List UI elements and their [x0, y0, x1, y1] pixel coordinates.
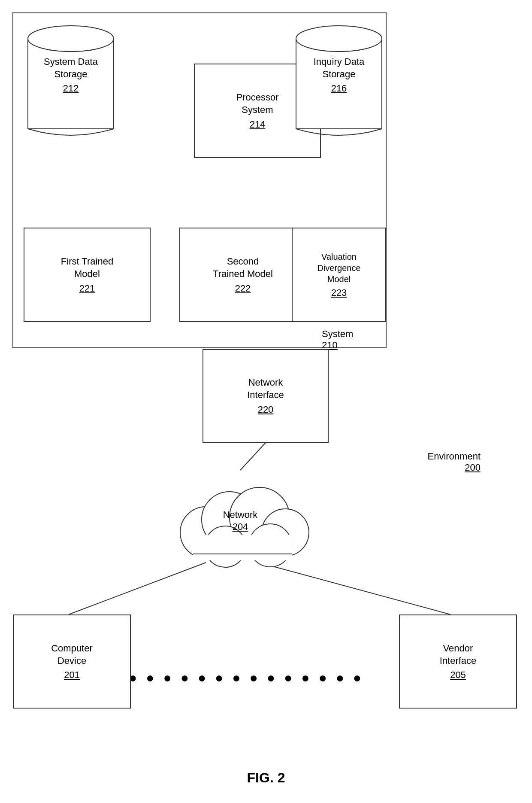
svg-point-7: [296, 26, 382, 52]
second-trained-model-number: 222: [235, 283, 251, 294]
vendor-interface-label: Vendor Interface: [440, 642, 477, 667]
system-data-storage: System Data Storage 212: [24, 21, 118, 146]
system-label: System 210: [322, 328, 353, 351]
network-cloud: Network 204: [150, 470, 330, 573]
network-number: 204: [233, 521, 248, 532]
diagram: System Data Storage 212 Processor System…: [0, 0, 532, 803]
environment-number: 200: [465, 462, 481, 473]
second-trained-model: Second Trained Model 222: [179, 228, 306, 322]
inquiry-data-storage-number: 216: [331, 83, 347, 94]
first-trained-model: First Trained Model 221: [24, 228, 151, 322]
network-interface: Network Interface 220: [203, 349, 329, 443]
valuation-divergence-model-label: Valuation Divergence Model: [317, 251, 360, 285]
first-trained-model-label: First Trained Model: [61, 255, 113, 280]
svg-line-1: [240, 443, 266, 470]
ellipsis-dots: ● ● ● ● ● ● ● ● ● ● ● ● ● ●: [129, 670, 364, 686]
svg-line-3: [275, 567, 450, 614]
system-data-storage-number: 212: [63, 83, 79, 94]
figure-label: FIG. 2: [0, 770, 532, 786]
inquiry-data-storage: Inquiry Data Storage 216: [292, 21, 386, 146]
network-label: Network: [223, 509, 258, 520]
system-data-storage-label: System Data Storage: [44, 56, 98, 80]
valuation-divergence-model-number: 223: [331, 287, 347, 298]
processor-system-label: Processor System: [236, 91, 278, 116]
network-interface-label: Network Interface: [247, 377, 284, 401]
computer-device-number: 201: [64, 669, 80, 681]
network-interface-number: 220: [258, 404, 274, 415]
first-trained-model-number: 221: [79, 283, 95, 294]
vendor-interface: Vendor Interface 205: [399, 614, 517, 709]
valuation-divergence-model: Valuation Divergence Model 223: [292, 228, 386, 322]
svg-point-5: [28, 26, 114, 52]
environment-label: Environment 200: [427, 451, 481, 473]
inquiry-data-storage-label: Inquiry Data Storage: [314, 56, 365, 80]
vendor-interface-number: 205: [450, 669, 466, 681]
computer-device: Computer Device 201: [13, 614, 131, 709]
computer-device-label: Computer Device: [51, 642, 93, 667]
svg-rect-14: [193, 535, 292, 560]
second-trained-model-label: Second Trained Model: [213, 255, 273, 280]
processor-system-number: 214: [250, 119, 266, 130]
